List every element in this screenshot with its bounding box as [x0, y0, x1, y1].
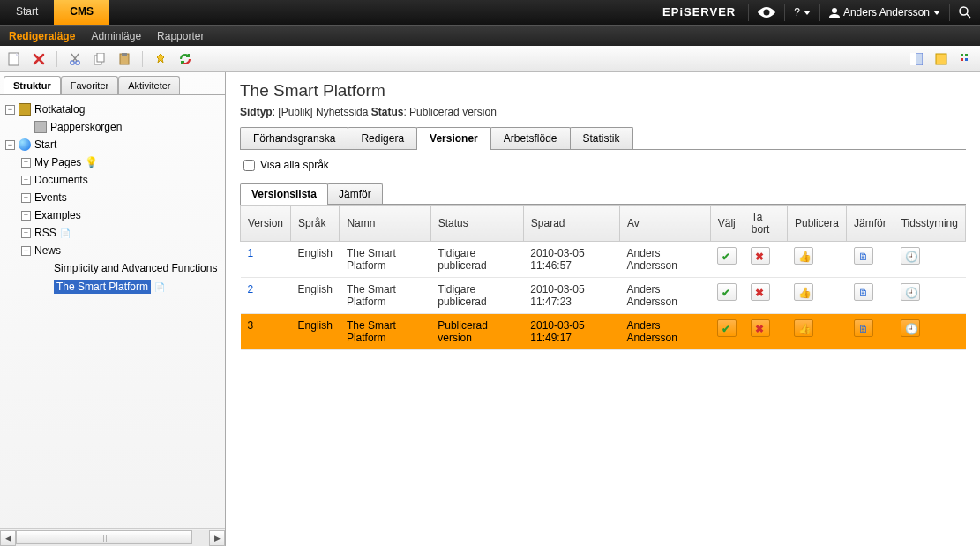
- tree-root[interactable]: − Rotkatalog: [0, 101, 225, 118]
- tab-preview[interactable]: Förhandsgranska: [240, 127, 348, 149]
- delete-button[interactable]: ✖: [751, 319, 770, 337]
- tree-item[interactable]: + Documents: [0, 171, 225, 189]
- mode-edit[interactable]: Redigeraläge: [9, 30, 75, 42]
- left-panel: Struktur Favoriter Aktiviteter − Rotkata…: [0, 72, 226, 546]
- compare-button[interactable]: 🗎: [854, 247, 873, 265]
- page-meta: Sidtyp: [Publik] Nyhetssida Status: Publ…: [240, 106, 966, 118]
- panel3-icon[interactable]: [959, 52, 973, 66]
- select-button[interactable]: ✔: [717, 247, 737, 265]
- tab-statistics[interactable]: Statistik: [570, 127, 633, 149]
- scroll-right-icon[interactable]: ▶: [209, 530, 225, 546]
- paste-icon[interactable]: [117, 52, 131, 66]
- tree-item-selected[interactable]: The Smart Platform 📄: [0, 277, 225, 296]
- chevron-down-icon: [933, 11, 940, 15]
- table-row[interactable]: 2 English The Smart Platform Tidigare pu…: [241, 278, 966, 314]
- tree-label: Documents: [34, 174, 88, 186]
- help-menu[interactable]: ?: [785, 0, 819, 25]
- tree-trash[interactable]: Papperskorgen: [0, 118, 225, 136]
- tree-item[interactable]: Simplicity and Advanced Functions: [0, 259, 225, 277]
- th-jamfor[interactable]: Jämför: [847, 206, 894, 242]
- tab-edit[interactable]: Redigera: [348, 127, 417, 149]
- subtab-compare[interactable]: Jämför: [327, 183, 383, 204]
- collapse-icon[interactable]: −: [5, 105, 15, 115]
- tree-label: My Pages: [34, 156, 81, 168]
- tree-label: RSS: [34, 227, 56, 239]
- th-av[interactable]: Av: [620, 206, 711, 242]
- expand-icon[interactable]: +: [21, 211, 31, 221]
- tab-workflow[interactable]: Arbetsflöde: [490, 127, 571, 149]
- publish-button[interactable]: 👍: [794, 247, 813, 265]
- expand-icon[interactable]: +: [21, 176, 31, 185]
- new-page-icon[interactable]: [7, 52, 21, 66]
- schedule-button[interactable]: 🕘: [901, 247, 920, 265]
- select-button[interactable]: ✔: [717, 283, 737, 301]
- svg-rect-16: [965, 58, 968, 61]
- th-sprak[interactable]: Språk: [291, 206, 340, 242]
- tree-item[interactable]: + Events: [0, 189, 225, 206]
- delete-button[interactable]: ✖: [751, 247, 770, 265]
- cut-icon[interactable]: [68, 52, 82, 66]
- tree-item[interactable]: + RSS 📄: [0, 224, 225, 242]
- scroll-thumb[interactable]: |||: [16, 530, 192, 544]
- copy-icon[interactable]: [93, 52, 107, 66]
- svg-rect-11: [910, 53, 916, 65]
- publish-button[interactable]: 👍: [794, 283, 813, 301]
- th-namn[interactable]: Namn: [340, 206, 430, 242]
- th-tabort[interactable]: Ta bort: [744, 206, 787, 242]
- content-area: The Smart Platform Sidtyp: [Publik] Nyhe…: [226, 72, 980, 546]
- select-button[interactable]: ✔: [717, 319, 737, 337]
- pin-icon[interactable]: [153, 52, 168, 66]
- subtab-versionlist[interactable]: Versionslista: [240, 183, 328, 204]
- thumb-icon: 👍: [798, 323, 809, 333]
- collapse-icon[interactable]: −: [21, 246, 31, 256]
- expand-icon[interactable]: +: [21, 193, 31, 203]
- left-tab-favorites[interactable]: Favoriter: [61, 76, 118, 94]
- tree-label: Examples: [34, 209, 81, 221]
- tree-item[interactable]: + Examples: [0, 206, 225, 224]
- panel1-icon[interactable]: [909, 52, 924, 66]
- th-publicera[interactable]: Publicera: [787, 206, 846, 242]
- user-menu[interactable]: Anders Andersson: [820, 0, 949, 25]
- tree-item[interactable]: + My Pages 💡: [0, 153, 225, 171]
- preview-icon[interactable]: [749, 0, 784, 25]
- cell-version: 2: [241, 278, 291, 314]
- left-tabs: Struktur Favoriter Aktiviteter: [0, 72, 225, 94]
- publish-button[interactable]: 👍: [794, 319, 813, 337]
- left-tab-structure[interactable]: Struktur: [4, 76, 61, 94]
- compare-button[interactable]: 🗎: [854, 283, 873, 301]
- tree-news[interactable]: − News: [0, 242, 225, 259]
- delete-button[interactable]: ✖: [751, 283, 770, 301]
- th-sparad[interactable]: Sparad: [523, 206, 619, 242]
- scroll-left-icon[interactable]: ◀: [0, 530, 16, 546]
- scroll-track[interactable]: |||: [16, 530, 209, 546]
- tree-start[interactable]: − Start: [0, 136, 225, 153]
- expand-icon[interactable]: +: [21, 228, 31, 238]
- panel2-icon[interactable]: [934, 52, 948, 66]
- mode-admin[interactable]: Adminläge: [91, 30, 141, 42]
- delete-icon[interactable]: [32, 52, 46, 66]
- compare-button[interactable]: 🗎: [854, 319, 873, 337]
- expand-icon[interactable]: +: [21, 158, 31, 168]
- th-valj[interactable]: Välj: [710, 206, 744, 242]
- cell-jamfor: 🗎: [847, 278, 894, 314]
- th-version[interactable]: Version: [241, 206, 291, 242]
- tree-label: Start: [34, 138, 56, 151]
- cell-av: Anders Andersson: [620, 278, 711, 314]
- th-tidsstyrning[interactable]: Tidsstyrning: [894, 206, 965, 242]
- table-row[interactable]: 1 English The Smart Platform Tidigare pu…: [241, 242, 966, 278]
- tab-versions[interactable]: Versioner: [416, 127, 491, 149]
- h-scrollbar[interactable]: ◀ ||| ▶: [0, 528, 225, 546]
- top-tab-start[interactable]: Start: [0, 0, 54, 25]
- mode-reports[interactable]: Rapporter: [157, 30, 204, 42]
- schedule-button[interactable]: 🕘: [901, 319, 920, 337]
- left-tab-activities[interactable]: Aktiviteter: [118, 76, 180, 94]
- table-row[interactable]: 3 English The Smart Platform Publicerad …: [241, 314, 966, 350]
- top-tab-cms[interactable]: CMS: [54, 0, 109, 25]
- th-status[interactable]: Status: [430, 206, 523, 242]
- show-all-languages-checkbox[interactable]: [243, 160, 255, 171]
- refresh-icon[interactable]: [178, 52, 192, 66]
- schedule-button[interactable]: 🕘: [901, 283, 920, 301]
- collapse-icon[interactable]: −: [5, 140, 15, 150]
- search-icon[interactable]: [950, 0, 980, 25]
- x-icon: ✖: [755, 287, 766, 297]
